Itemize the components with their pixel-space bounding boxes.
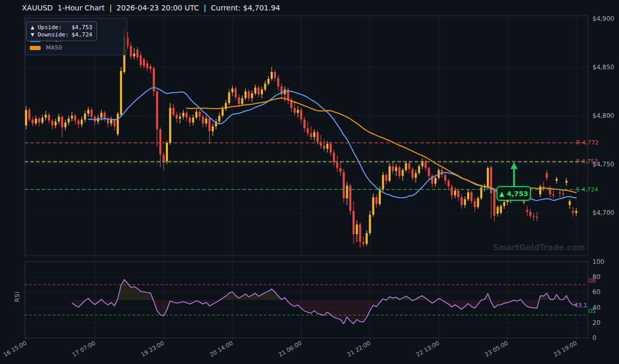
legend-item-ma50: MA50 (30, 44, 122, 52)
price-tick-label: $4,700 (592, 209, 614, 216)
rsi-tick-label: 20 (592, 319, 600, 326)
overbought-label: OB (588, 278, 596, 284)
rsi-tick-label: 60 (592, 288, 600, 296)
price-tick-label: $4,900 (592, 15, 614, 22)
panel-frames (25, 16, 588, 338)
x-tick-label: 16 15:00 (2, 339, 28, 358)
rsi-panel: OBOS43.1 (25, 278, 596, 324)
legend-label: MA50 (46, 44, 62, 51)
x-tick-label: 23 05:00 (484, 339, 509, 358)
price-tick-label: $4,850 (592, 64, 614, 71)
level-label-resistance: R 4,772 (576, 139, 599, 146)
upside-target-badge: ▲ 4,753 (496, 186, 531, 201)
rsi-tick-label: 0 (592, 334, 597, 342)
rsi-tick-label: 100 (592, 258, 604, 265)
x-tick-label: 23 19:00 (552, 339, 578, 358)
grid-lines (25, 16, 588, 338)
overlay-ma50 (187, 98, 576, 192)
downside-row: ▼ Downside: $4,724 (31, 31, 92, 39)
x-tick-label: 21 06:00 (277, 339, 303, 358)
price-tick-label: $4,800 (592, 112, 614, 119)
x-tick-label: 20 14:00 (209, 339, 234, 358)
ma50-swatch (30, 46, 41, 50)
downside-value: $4,724 (71, 31, 92, 39)
level-label-support: S 4,724 (576, 186, 598, 193)
x-tick-label: 17 07:00 (71, 339, 96, 358)
upside-label: ▲ Upside: (31, 24, 62, 31)
upside-target-text: ▲ 4,753 (499, 190, 528, 198)
overlay-ma20 (88, 88, 576, 201)
ma-lines (88, 88, 576, 201)
rsi-axis-title: RSI (14, 292, 21, 302)
downside-label: ▼ Downside: (31, 31, 69, 39)
price-tick-label: $4,750 (592, 161, 614, 168)
x-tick-label: 21 22:00 (346, 339, 372, 358)
rsi-current-value: 43.1 (575, 302, 588, 309)
watermark: SmartGoldTrade.com (493, 243, 585, 252)
chart-window: XAUUSD 1-Hour Chart | 2026-04-23 20:00 U… (0, 0, 619, 364)
x-tick-label: 19 23:00 (140, 339, 165, 358)
x-tick-label: 22 13:00 (415, 339, 441, 358)
targets-tooltip: ▲ Upside: $4,753 ▼ Downside: $4,724 (26, 21, 97, 41)
ma-lines (187, 98, 576, 192)
upside-value: $4,753 (71, 24, 92, 31)
oversold-label: OS (588, 308, 596, 314)
upside-row: ▲ Upside: $4,753 (31, 24, 92, 31)
